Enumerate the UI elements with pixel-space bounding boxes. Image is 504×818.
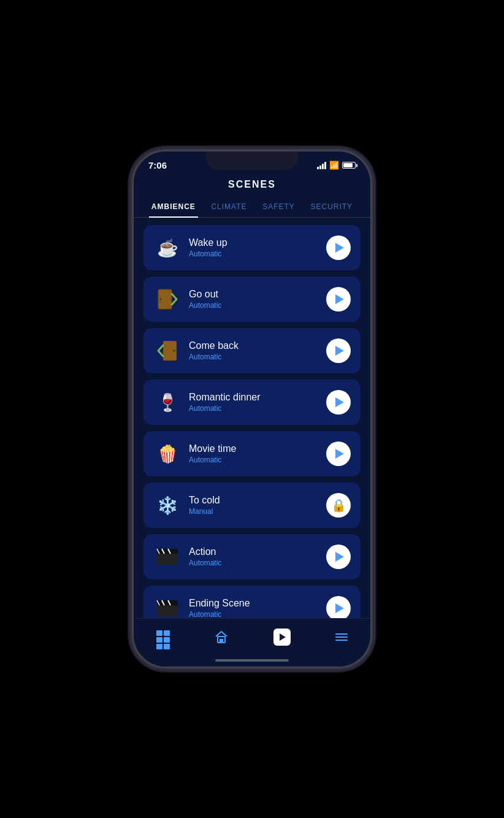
scene-info-to-cold: To cold Manual bbox=[181, 495, 326, 516]
page-title: SCENES bbox=[134, 174, 370, 197]
scene-icon-romantic-dinner: 🍷 bbox=[153, 388, 181, 416]
play-button-romantic-dinner[interactable] bbox=[326, 390, 351, 415]
play-icon bbox=[335, 397, 344, 407]
list-item[interactable]: ☕ Wake up Automatic bbox=[143, 225, 361, 270]
scene-type-go-out: Automatic bbox=[189, 301, 326, 310]
play-icon bbox=[335, 243, 344, 253]
play-icon bbox=[335, 449, 344, 459]
power-button bbox=[370, 262, 372, 305]
play-nav-icon bbox=[273, 629, 291, 646]
scene-icon-action bbox=[153, 543, 181, 571]
scene-name-come-back: Come back bbox=[189, 340, 326, 351]
play-button-wake-up[interactable] bbox=[326, 235, 351, 260]
scene-type-ending-scene: Automatic bbox=[189, 610, 326, 618]
home-indicator bbox=[215, 659, 289, 662]
phone-frame: 7:06 📶 SCENES AMBIENCE CLIMATE SAFETY bbox=[132, 150, 372, 668]
scene-type-movie-time: Automatic bbox=[189, 456, 326, 464]
lock-icon: 🔒 bbox=[331, 498, 346, 513]
play-button-come-back[interactable] bbox=[326, 338, 351, 363]
svg-rect-11 bbox=[157, 600, 178, 605]
lock-button-to-cold[interactable]: 🔒 bbox=[326, 493, 351, 518]
scene-type-action: Automatic bbox=[189, 559, 326, 567]
tab-climate[interactable]: CLIMATE bbox=[208, 197, 249, 217]
home-icon bbox=[215, 630, 228, 644]
scenes-grid-icon bbox=[156, 630, 170, 644]
list-item[interactable]: Ending Scene Automatic bbox=[143, 586, 361, 618]
status-icons: 📶 bbox=[317, 161, 356, 170]
list-item[interactable]: Go out Automatic bbox=[143, 277, 361, 322]
list-item[interactable]: 🍷 Romantic dinner Automatic bbox=[143, 380, 361, 425]
wifi-icon: 📶 bbox=[329, 161, 339, 170]
scene-info-wake-up: Wake up Automatic bbox=[181, 237, 326, 258]
play-icon bbox=[335, 346, 344, 356]
scene-icon-come-back bbox=[153, 337, 181, 365]
scene-name-action: Action bbox=[189, 546, 326, 557]
scene-type-romantic-dinner: Automatic bbox=[189, 404, 326, 413]
battery-icon bbox=[342, 162, 356, 169]
scene-name-wake-up: Wake up bbox=[189, 237, 326, 248]
list-item[interactable]: 🍿 Movie time Automatic bbox=[143, 431, 361, 476]
phone-notch bbox=[206, 151, 298, 170]
scene-info-ending-scene: Ending Scene Automatic bbox=[181, 598, 326, 618]
svg-rect-6 bbox=[157, 549, 178, 554]
scene-type-wake-up: Automatic bbox=[189, 250, 326, 258]
play-button-action[interactable] bbox=[326, 545, 351, 569]
scene-icon-ending-scene bbox=[153, 594, 181, 618]
list-item[interactable]: Action Automatic bbox=[143, 534, 361, 579]
play-button-ending-scene[interactable] bbox=[326, 596, 351, 618]
nav-item-menu[interactable] bbox=[326, 631, 357, 643]
phone-screen: 7:06 📶 SCENES AMBIENCE CLIMATE SAFETY bbox=[134, 151, 370, 667]
svg-rect-16 bbox=[220, 639, 223, 643]
nav-item-scenes[interactable] bbox=[147, 628, 180, 646]
tab-ambience[interactable]: AMBIENCE bbox=[149, 197, 198, 217]
scene-name-to-cold: To cold bbox=[189, 495, 326, 506]
svg-point-2 bbox=[159, 298, 162, 300]
scene-name-romantic-dinner: Romantic dinner bbox=[189, 392, 326, 403]
scene-info-come-back: Come back Automatic bbox=[181, 340, 326, 361]
tabs-container: AMBIENCE CLIMATE SAFETY SECURITY bbox=[134, 197, 370, 218]
tab-safety[interactable]: SAFETY bbox=[260, 197, 297, 217]
scene-info-go-out: Go out Automatic bbox=[181, 289, 326, 310]
svg-point-4 bbox=[173, 350, 175, 352]
scene-icon-wake-up: ☕ bbox=[153, 234, 181, 262]
play-button-movie-time[interactable] bbox=[326, 441, 351, 466]
play-icon bbox=[335, 603, 344, 613]
scene-icon-to-cold: ❄️ bbox=[153, 491, 181, 519]
play-icon bbox=[335, 552, 344, 562]
scene-list: ☕ Wake up Automatic bbox=[134, 218, 370, 618]
scene-name-go-out: Go out bbox=[189, 289, 326, 300]
nav-item-home[interactable] bbox=[205, 628, 238, 646]
scene-name-ending-scene: Ending Scene bbox=[189, 598, 326, 609]
signal-icon bbox=[317, 162, 326, 169]
nav-item-play[interactable] bbox=[264, 626, 300, 648]
scene-type-come-back: Automatic bbox=[189, 353, 326, 361]
menu-icon bbox=[335, 633, 348, 641]
scene-info-romantic-dinner: Romantic dinner Automatic bbox=[181, 392, 326, 413]
list-item[interactable]: ❄️ To cold Manual 🔒 bbox=[143, 483, 361, 528]
play-button-go-out[interactable] bbox=[326, 287, 351, 312]
scene-info-action: Action Automatic bbox=[181, 546, 326, 567]
status-time: 7:06 bbox=[148, 160, 167, 170]
play-icon bbox=[335, 294, 344, 304]
scene-info-movie-time: Movie time Automatic bbox=[181, 443, 326, 464]
tab-security[interactable]: SECURITY bbox=[308, 197, 355, 217]
scene-icon-movie-time: 🍿 bbox=[153, 440, 181, 468]
scene-name-movie-time: Movie time bbox=[189, 443, 326, 454]
scene-type-to-cold: Manual bbox=[189, 507, 326, 516]
scene-icon-go-out bbox=[153, 285, 181, 313]
list-item[interactable]: Come back Automatic bbox=[143, 328, 361, 373]
